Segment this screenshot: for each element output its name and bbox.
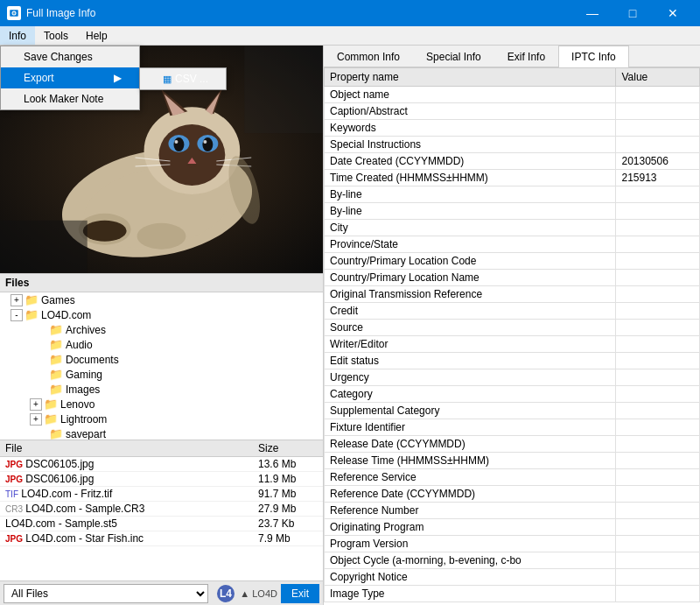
table-row[interactable]: Source	[325, 320, 700, 336]
property-value-cell[interactable]	[616, 552, 700, 569]
tree-item-games[interactable]: + 📁 Games	[0, 292, 323, 307]
menu-tools[interactable]: Tools	[35, 26, 77, 45]
table-row[interactable]: By-line	[325, 203, 700, 220]
table-row[interactable]: Province/State	[325, 236, 700, 253]
property-value-cell[interactable]	[616, 270, 700, 286]
tab-exif-info[interactable]: Exif Info	[494, 46, 558, 67]
table-row[interactable]: Edit status	[325, 353, 700, 369]
table-row[interactable]: Object name	[325, 87, 700, 103]
tree-item-lenovo[interactable]: + 📁 Lenovo	[0, 397, 323, 412]
property-value-cell[interactable]	[616, 186, 700, 203]
table-row[interactable]: Original Transmission Reference	[325, 286, 700, 303]
minimize-button[interactable]: —	[572, 0, 612, 26]
menu-export[interactable]: Export ▶ ▦ CSV ...	[1, 67, 139, 88]
table-row[interactable]: Fixture Identifier	[325, 419, 700, 436]
property-value-cell[interactable]	[616, 87, 700, 103]
property-value-cell[interactable]	[616, 103, 700, 120]
property-value-cell[interactable]	[616, 453, 700, 469]
tree-item-savepart[interactable]: 📁 savepart	[0, 426, 323, 440]
tree-item-gaming[interactable]: 📁 Gaming	[0, 367, 323, 382]
property-value-cell[interactable]	[616, 253, 700, 270]
tab-iptc-info[interactable]: IPTC Info	[558, 46, 629, 67]
property-value-cell[interactable]	[616, 403, 700, 419]
table-row[interactable]: LO4D.com - Sample.st5 23.7 Kb	[0, 517, 323, 531]
property-value-cell[interactable]	[616, 303, 700, 320]
table-row[interactable]: Date Created (CCYYMMDD)20130506	[325, 153, 700, 170]
file-list[interactable]: File Size JPG DSC06105.jpg 13.6 Mb JPG D…	[0, 440, 323, 580]
table-row[interactable]: CR3 LO4D.com - Sample.CR3 27.9 Mb	[0, 502, 323, 517]
maximize-button[interactable]: □	[612, 0, 653, 26]
exit-button[interactable]: Exit	[281, 584, 319, 603]
tree-toggle-games[interactable]: +	[10, 294, 23, 306]
property-value-cell[interactable]	[616, 419, 700, 436]
menu-csv[interactable]: ▦ CSV ...	[140, 68, 226, 89]
property-value-cell[interactable]	[616, 286, 700, 303]
property-value-cell[interactable]	[616, 203, 700, 220]
table-row[interactable]: Credit	[325, 303, 700, 320]
table-row[interactable]: Release Date (CCYYMMDD)	[325, 436, 700, 453]
property-value-cell[interactable]	[616, 503, 700, 519]
table-row[interactable]: Category	[325, 386, 700, 403]
property-value-cell[interactable]	[616, 137, 700, 153]
iptc-property-table[interactable]: Property name Value Object nameCaption/A…	[324, 67, 700, 605]
tab-special-info[interactable]: Special Info	[413, 46, 494, 67]
property-value-cell[interactable]	[616, 519, 700, 536]
table-row[interactable]: JPG DSC06105.jpg 13.6 Mb	[0, 457, 323, 472]
property-value-cell[interactable]	[616, 320, 700, 336]
table-row[interactable]: Urgency	[325, 369, 700, 386]
table-row[interactable]: Copyright Notice	[325, 569, 700, 586]
property-value-cell[interactable]	[616, 586, 700, 602]
menu-help[interactable]: Help	[77, 26, 116, 45]
table-row[interactable]: Reference Date (CCYYMMDD)	[325, 486, 700, 503]
table-row[interactable]: Writer/Editor	[325, 336, 700, 353]
tree-toggle-lo4d[interactable]: -	[10, 309, 23, 321]
table-row[interactable]: JPG DSC06106.jpg 11.9 Mb	[0, 472, 323, 487]
property-value-cell[interactable]	[616, 120, 700, 137]
property-value-cell[interactable]	[616, 536, 700, 552]
table-row[interactable]: Reference Number	[325, 503, 700, 519]
table-row[interactable]: Supplemental Category	[325, 403, 700, 419]
tree-toggle-lightroom[interactable]: +	[30, 413, 42, 426]
table-row[interactable]: Keywords	[325, 120, 700, 137]
property-value-cell[interactable]	[616, 486, 700, 503]
table-row[interactable]: Country/Primary Location Name	[325, 270, 700, 286]
table-row[interactable]: JPG LO4D.com - Star Fish.inc 7.9 Mb	[0, 531, 323, 546]
tab-common-info[interactable]: Common Info	[324, 46, 413, 67]
close-button[interactable]: ✕	[653, 0, 693, 26]
tree-toggle-lenovo[interactable]: +	[30, 398, 42, 411]
property-value-cell[interactable]	[616, 386, 700, 403]
table-row[interactable]: Time Created (HHMMSS±HHMM)215913	[325, 170, 700, 186]
tree-item-lo4d[interactable]: - 📁 LO4D.com	[0, 307, 323, 322]
property-value-cell[interactable]	[616, 236, 700, 253]
property-value-cell[interactable]	[616, 436, 700, 453]
property-value-cell[interactable]: 20130506	[616, 153, 700, 170]
menu-look-maker-note[interactable]: Look Maker Note	[1, 88, 139, 109]
property-value-cell[interactable]	[616, 336, 700, 353]
table-row[interactable]: Image Type	[325, 586, 700, 602]
tree-item-archives[interactable]: 📁 Archives	[0, 322, 323, 337]
tree-item-lightroom[interactable]: + 📁 Lightroom	[0, 412, 323, 426]
table-row[interactable]: Program Version	[325, 536, 700, 552]
property-value-cell[interactable]	[616, 569, 700, 586]
menu-info[interactable]: Info Save Changes Export ▶ ▦ CSV ... Loo…	[0, 26, 35, 45]
tree-item-documents[interactable]: 📁 Documents	[0, 352, 323, 367]
table-row[interactable]: Country/Primary Location Code	[325, 253, 700, 270]
property-value-cell[interactable]	[616, 353, 700, 369]
table-row[interactable]: Release Time (HHMMSS±HHMM)	[325, 453, 700, 469]
tree-item-audio[interactable]: 📁 Audio	[0, 337, 323, 352]
property-value-cell[interactable]	[616, 220, 700, 236]
property-value-cell[interactable]: 215913	[616, 170, 700, 186]
table-row[interactable]: TIF LO4D.com - Fritz.tif 91.7 Mb	[0, 487, 323, 502]
file-filter-dropdown[interactable]: All Files Images JPEG TIFF RAW	[4, 584, 208, 603]
menu-save-changes[interactable]: Save Changes	[1, 46, 139, 67]
table-row[interactable]: City	[325, 220, 700, 236]
table-row[interactable]: By-line	[325, 186, 700, 203]
property-value-cell[interactable]	[616, 369, 700, 386]
property-value-cell[interactable]	[616, 469, 700, 486]
table-row[interactable]: Special Instructions	[325, 137, 700, 153]
table-row[interactable]: Reference Service	[325, 469, 700, 486]
table-row[interactable]: Object Cycle (a-morning, b-evening, c-bo	[325, 552, 700, 569]
table-row[interactable]: Originating Program	[325, 519, 700, 536]
tree-item-images[interactable]: 📁 Images	[0, 382, 323, 397]
tree-view[interactable]: + 📁 Games - 📁 LO4D.com 📁 Archives	[0, 292, 323, 440]
